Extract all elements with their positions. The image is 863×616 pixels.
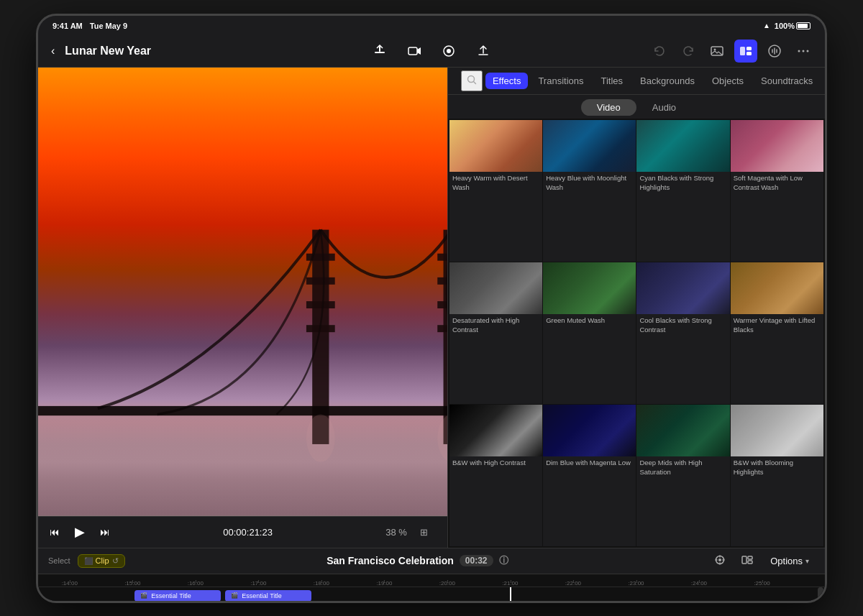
svg-rect-24 [437,325,447,332]
scrollbar-thumb[interactable] [818,599,823,603]
video-button[interactable] [403,40,426,63]
effect-label: Heavy Warm with Desert Wash [449,172,542,195]
tab-backgrounds[interactable]: Backgrounds [633,73,702,89]
title-clip[interactable]: 🎬 Essential Title [225,590,311,602]
effect-label: Dim Blue with Magenta Low [543,456,636,470]
back-button[interactable]: ‹ [48,42,58,60]
svg-rect-7 [740,47,745,55]
settings-icon-btn[interactable] [710,551,730,571]
effect-label: Green Muted Wash [543,314,636,328]
redo-button[interactable] [677,40,700,63]
effect-label: Deep Mids with High Saturation [636,456,729,479]
video-tab[interactable]: Video [581,99,636,116]
tab-effects[interactable]: Effects [485,73,529,89]
skip-forward-button[interactable]: ⏭ [100,526,110,538]
effect-item[interactable]: Heavy Blue with Moonlight Wash [543,120,636,262]
clip-badge: ⬛ Clip ↺ [78,554,125,568]
effect-item[interactable]: B&W with High Contrast [449,405,542,546]
audio-button[interactable] [763,40,786,63]
timeline-ruler: :14:00 :15:00 :16:00 :17:00 :18:00 :19:0… [38,574,825,587]
skip-back-button[interactable]: ⏮ [50,526,60,538]
svg-rect-18 [306,277,335,285]
ruler-tick: :22:00 [565,580,581,587]
svg-point-6 [714,49,716,51]
svg-point-36 [306,415,335,462]
timeline-controls: Options ▾ [710,551,815,571]
mark-button[interactable] [437,40,460,63]
effect-thumbnail [731,120,823,173]
info-icon[interactable]: ⓘ [499,554,508,567]
effect-thumbnail [543,262,636,315]
photos-button[interactable] [706,40,729,63]
export-button[interactable] [368,40,391,63]
effect-item[interactable]: Green Muted Wash [543,262,636,404]
effect-thumbnail [449,120,542,173]
ruler-tick: :23:00 [628,580,644,587]
fullscreen-button[interactable]: ⊞ [413,520,436,543]
effects-panel: Effects Transitions Titles Backgrounds O… [447,68,825,548]
effect-item[interactable]: Desaturated with High Contrast [449,262,542,404]
effect-thumbnail [636,405,729,457]
svg-rect-21 [437,254,447,261]
svg-rect-2 [408,47,417,55]
effect-item[interactable]: Soft Magenta with Low Contrast Wash [731,120,823,262]
timeline-section: Select ⬛ Clip ↺ San Francisco Celebratio… [38,548,825,603]
svg-rect-19 [306,301,335,308]
effect-item[interactable]: Cool Blacks with Strong Contrast [636,262,729,404]
effect-thumbnail [731,262,823,315]
title-clip[interactable]: 🎬 Essential Title [134,590,221,602]
tab-titles[interactable]: Titles [594,73,631,89]
timeline-tracks: 🎬 Essential Title 🎬 Essential Title Mart… [38,587,825,603]
search-button[interactable] [461,70,483,91]
tab-objects[interactable]: Objects [705,73,751,89]
effect-label: Soft Magenta with Low Contrast Wash [731,172,823,195]
tab-transitions[interactable]: Transitions [531,73,590,89]
undo-button[interactable] [648,40,671,63]
options-chevron: ▾ [805,557,809,565]
ruler-tick: :21:00 [502,580,518,587]
options-button[interactable]: Options ▾ [764,553,815,569]
browser-button[interactable] [734,40,757,63]
video-audio-toggle: Video Audio [448,95,825,119]
effect-item[interactable]: B&W with Blooming Highlights [731,405,823,546]
ruler-tick: :24:00 [691,580,707,587]
battery-bar [796,22,811,29]
project-title: Lunar New Year [65,45,151,58]
status-time: 9:41 AM [52,22,83,30]
effect-item[interactable]: Deep Mids with High Saturation [636,405,729,546]
effect-label: Desaturated with High Contrast [449,314,542,337]
svg-rect-9 [746,52,752,55]
effect-item[interactable]: Dim Blue with Magenta Low [543,405,636,546]
svg-rect-0 [375,52,385,53]
video-background [38,68,447,516]
audio-tab[interactable]: Audio [636,99,692,116]
ruler-tick: :14:00 [62,580,78,587]
effect-item[interactable]: Warmer Vintage with Lifted Blacks [731,262,823,404]
timecode-display: 00:00:21:23 [223,527,273,538]
status-date: Tue May 9 [90,22,127,30]
effect-label: Warmer Vintage with Lifted Blacks [731,314,823,337]
play-button[interactable]: ▶ [70,522,90,542]
share-button[interactable] [472,40,495,63]
scrollbar-track [818,587,823,603]
layout-icon-btn[interactable] [737,551,757,571]
effect-thumbnail [543,405,636,457]
svg-rect-22 [437,277,447,285]
ruler-tick: :16:00 [188,580,204,587]
effect-item[interactable]: Cyan Blacks with Strong Highlights [636,120,729,262]
effect-label: Cyan Blacks with Strong Highlights [636,172,729,195]
tab-soundtracks[interactable]: Soundtracks [754,73,820,89]
more-button[interactable] [792,40,815,63]
playhead [510,587,511,603]
svg-point-11 [798,50,800,52]
effect-label: B&W with High Contrast [449,456,542,470]
effect-item[interactable]: Heavy Warm with Desert Wash [449,120,542,262]
playback-controls: ⏮ ▶ ⏭ [50,522,110,542]
timeline-project-name: San Francisco Celebration 00:32 ⓘ [132,554,703,567]
timeline-header: Select ⬛ Clip ↺ San Francisco Celebratio… [38,548,825,574]
svg-rect-41 [742,556,746,564]
zoom-level: 38 % [385,527,407,538]
effect-thumbnail [731,405,823,457]
svg-point-12 [803,50,805,52]
video-controls-bar: ⏮ ▶ ⏭ 00:00:21:23 38 % ⊞ [38,516,447,548]
